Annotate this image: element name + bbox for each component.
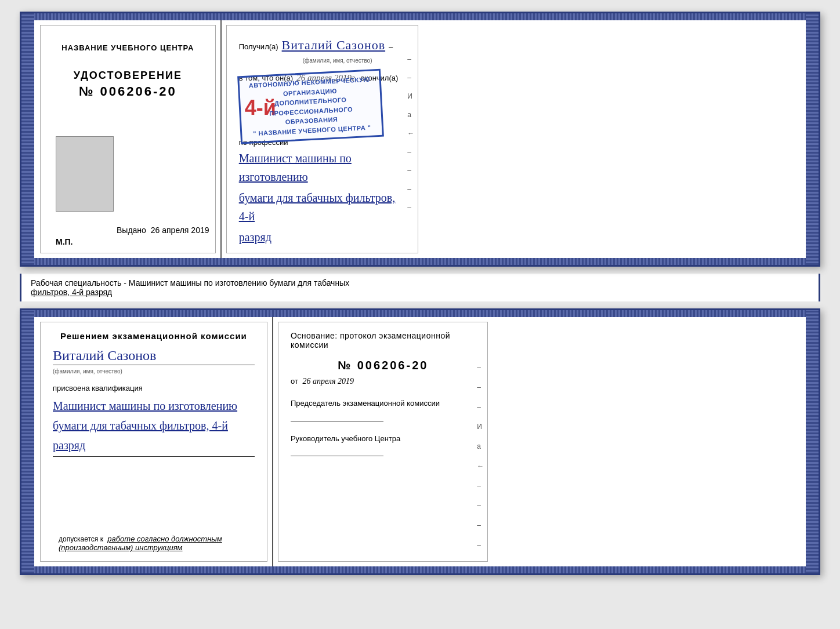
side-dashes-top: – – И а ← – – – – (407, 55, 414, 212)
ot-date: 26 апреля 2019 (302, 377, 353, 386)
cert-left-panel: НАЗВАНИЕ УЧЕБНОГО ЦЕНТРА УДОСТОВЕРЕНИЕ №… (35, 20, 222, 258)
middle-label: Рабочая специальность - Машинист машины … (20, 274, 820, 301)
training-center-title: НАЗВАНИЕ УЧЕБНОГО ЦЕНТРА (61, 43, 194, 52)
ot-line: от 26 апреля 2019 (291, 377, 475, 386)
name-caption-top: (фамилия, имя, отчество) (303, 57, 405, 64)
cert-bottom-left: Решением экзаменационной комиссии Витали… (35, 317, 273, 566)
middle-label-text2: фильтров, 4-й разряд (31, 288, 112, 297)
mp-label: М.П. (56, 237, 73, 246)
qual-hw2: бумаги для табачных фильтров, 4-й (53, 416, 255, 435)
osnov-text: Основание: протокол экзаменационной коми… (291, 331, 475, 350)
resolution-title: Решением экзаменационной комиссии (53, 331, 255, 341)
qual-hw1: Машинист машины по изготовлению (53, 396, 255, 416)
stamp-box: АВТОНОМНУЮ НЕКОММЕРЧЕСКУЮ ОРГАНИЗАЦИЮ ДО… (237, 69, 384, 144)
received-prefix: Получил(а) (239, 42, 278, 51)
issued-date: 26 апреля 2019 (151, 226, 209, 235)
head-title: Руководитель учебного Центра (291, 433, 475, 445)
middle-label-text: Рабочая специальность - Машинист машины … (31, 278, 349, 297)
person-name-hw: Виталий Сазонов (53, 348, 255, 363)
recipient-line: Получил(а) Виталий Сазонов – (239, 38, 405, 53)
cert-right-panel: Получил(а) Виталий Сазонов – (фамилия, и… (222, 20, 423, 258)
allowed-prefix: допускается к (59, 535, 103, 543)
cert-label: УДОСТОВЕРЕНИЕ (74, 70, 182, 82)
photo-placeholder (56, 136, 114, 212)
chairman-signature-line (291, 421, 383, 421)
prof-hw3: разряд (239, 228, 405, 246)
stamp-area: 4-й АВТОНОМНУЮ НЕКОММЕРЧЕСКУЮ ОРГАНИЗАЦИ… (239, 90, 405, 99)
dash: – (389, 42, 393, 51)
chairman-block: Председатель экзаменационной комиссии (291, 398, 475, 421)
person-name-block: Виталий Сазонов (фамилия, имя, отчество) (53, 348, 255, 376)
recipient-name: Виталий Сазонов (282, 38, 385, 53)
cert-bottom-right: Основание: протокол экзаменационной коми… (273, 317, 493, 566)
qual-hw3: разряд (53, 435, 255, 455)
ot-prefix: от (291, 377, 298, 386)
cert-number: № 006206-20 (79, 84, 177, 99)
assigned-text: присвоена квалификация (53, 384, 255, 392)
head-block: Руководитель учебного Центра (291, 433, 475, 457)
protocol-number: № 006206-20 (291, 359, 475, 372)
profession-label: по профессии Машинист машины по изготовл… (239, 138, 405, 246)
issued-line: Выдано 26 апреля 2019 (117, 226, 209, 235)
certificate-top: НАЗВАНИЕ УЧЕБНОГО ЦЕНТРА УДОСТОВЕРЕНИЕ №… (20, 12, 820, 267)
allowed-line: допускается к работе согласно должностны… (59, 535, 272, 552)
certificate-bottom: Решением экзаменационной комиссии Витали… (20, 308, 820, 575)
prof-hw1: Машинист машины по изготовлению (239, 149, 405, 186)
side-dashes-bottom: – – – И а ← – – – – (477, 363, 484, 549)
chairman-title: Председатель экзаменационной комиссии (291, 398, 475, 409)
issued-label: Выдано (117, 226, 146, 235)
fio-caption-bottom: (фамилия, имя, отчество) (53, 368, 122, 375)
prof-hw2: бумаги для табачных фильтров, 4-й (239, 188, 405, 226)
head-signature-line (291, 456, 383, 456)
name-underline (53, 365, 255, 365)
